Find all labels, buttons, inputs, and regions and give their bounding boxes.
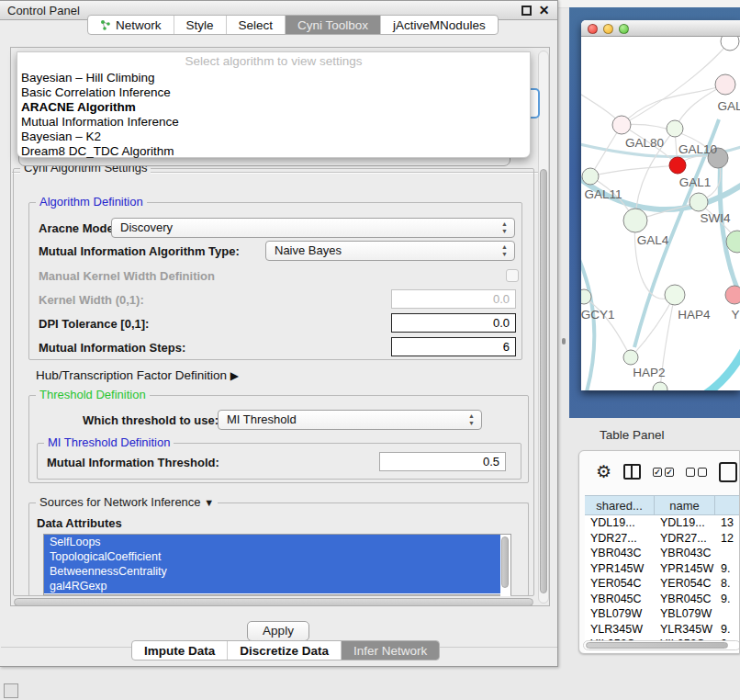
tab-jactivemnodules[interactable]: jActiveMNodules (381, 16, 498, 34)
menu-item[interactable]: Dream8 DC_TDC Algorithm (17, 144, 530, 159)
list-item[interactable]: TopologicalCoefficient (44, 549, 510, 564)
network-window-titlebar[interactable] (581, 20, 740, 37)
table-row[interactable]: YDR27...YDR27...12 (585, 531, 740, 547)
node-gal1-selected[interactable] (669, 157, 686, 174)
node-pink[interactable] (725, 286, 740, 304)
select-all-icon[interactable]: ✓✓ (653, 468, 674, 477)
list-item[interactable]: SelfLoops (44, 535, 510, 549)
float-window-icon[interactable] (521, 6, 532, 16)
menu-item-highlighted[interactable]: ARACNE Algorithm (17, 100, 530, 115)
tab-network[interactable]: Network (88, 16, 174, 34)
table-cell[interactable]: YER054C (655, 576, 715, 592)
manual-kernel-checkbox[interactable] (506, 269, 519, 282)
node-hap2[interactable] (623, 350, 638, 365)
list-item[interactable]: BetweennessCentrality (44, 564, 510, 579)
table-row[interactable]: YDL19...YDL19...13 (585, 515, 740, 531)
node[interactable] (653, 382, 667, 390)
tab-infer-network[interactable]: Infer Network (342, 641, 439, 660)
deselect-all-icon[interactable] (686, 468, 707, 477)
list-vscrollbar-track[interactable] (500, 535, 510, 596)
table-cell[interactable]: YBR045C (655, 592, 715, 607)
table-cell[interactable]: YPR145W (585, 561, 655, 577)
table-cell[interactable]: 13 (715, 515, 740, 531)
menu-item[interactable]: Mutual Information Inference (17, 115, 530, 130)
tab-style[interactable]: Style (174, 16, 227, 34)
apply-button[interactable]: Apply (247, 621, 309, 641)
data-attributes-list[interactable]: SelfLoops TopologicalCoefficient Between… (43, 534, 511, 595)
column-header[interactable] (715, 495, 740, 515)
node-gal11[interactable] (582, 168, 599, 185)
node[interactable] (721, 37, 739, 51)
kernel-width-input[interactable] (391, 289, 516, 309)
node-gcy1[interactable] (581, 289, 591, 304)
expanded-arrow-icon[interactable]: ▼ (204, 497, 214, 508)
node-swi4[interactable] (690, 193, 708, 211)
table-cell[interactable]: YBL079W (585, 606, 655, 622)
table-cell[interactable]: 12 (715, 531, 740, 547)
table-cell[interactable] (715, 546, 740, 561)
table-cell[interactable]: 9. (715, 592, 740, 607)
table-cell[interactable]: 9. (715, 622, 740, 638)
mi-threshold-input[interactable] (379, 452, 506, 471)
table-cell[interactable]: YDR27... (585, 531, 655, 547)
minimize-traffic-light[interactable] (603, 24, 613, 34)
table-cell[interactable]: 9. (715, 561, 740, 577)
table-row[interactable]: YBL079WYBL079W (585, 606, 740, 622)
table-cell[interactable]: YBL079W (655, 606, 715, 622)
column-header[interactable]: shared... (585, 495, 655, 515)
table-cell[interactable]: YLR345W (585, 622, 655, 638)
tab-impute-data[interactable]: Impute Data (132, 641, 228, 660)
table-cell[interactable]: YBR045C (585, 592, 655, 607)
menu-item[interactable]: Bayesian – Hill Climbing (17, 71, 530, 85)
table-row[interactable]: YER054CYER054C8. (585, 576, 740, 592)
close-traffic-light[interactable] (588, 24, 598, 34)
settings-vscrollbar-thumb[interactable] (540, 169, 547, 593)
node-gal4[interactable] (623, 209, 647, 232)
table-cell[interactable]: YDR27... (655, 531, 715, 547)
table-row[interactable]: YPR145WYPR145W9. (585, 561, 740, 577)
aracne-mode-combo[interactable]: Discovery ▲▼ (111, 218, 515, 238)
node-hap4[interactable] (665, 285, 685, 305)
panel-splitter-handle[interactable] (562, 338, 566, 344)
list-item[interactable]: gal4RGexp (44, 579, 510, 593)
table-cell[interactable] (715, 606, 740, 622)
dpi-tolerance-input[interactable] (391, 313, 516, 333)
tab-select[interactable]: Select (227, 16, 286, 34)
settings-vscrollbar-track[interactable] (538, 51, 549, 604)
hub-definition-toggle[interactable]: Hub/Transcription Factor Definition ▶ (36, 368, 239, 382)
table-cell[interactable]: YDL19... (585, 515, 655, 531)
table-cell[interactable]: YPR145W (655, 561, 715, 577)
table-hscrollbar-track[interactable] (583, 640, 740, 650)
close-window-icon[interactable]: ✕ (538, 5, 550, 17)
table-row[interactable]: YBR043CYBR043C (585, 546, 740, 561)
list-vscrollbar-thumb[interactable] (501, 536, 509, 588)
node-gal[interactable] (715, 74, 735, 95)
network-window[interactable]: GAL80 GAL10 GAL1 GAL11 SWI4 GAL4 GCY1 HA… (581, 20, 740, 390)
network-canvas[interactable]: GAL80 GAL10 GAL1 GAL11 SWI4 GAL4 GCY1 HA… (581, 37, 740, 390)
settings-hscrollbar-thumb[interactable] (14, 598, 533, 606)
table-cell[interactable]: YDL19... (655, 515, 715, 531)
tab-cyni-toolbox[interactable]: Cyni Toolbox (286, 16, 381, 34)
tab-discretize-data[interactable]: Discretize Data (228, 641, 342, 660)
table-row[interactable]: YLR345WYLR345W9. (585, 622, 740, 638)
table-cell[interactable]: 8. (715, 576, 740, 592)
mi-steps-input[interactable] (391, 337, 516, 356)
table-cell[interactable]: YLR345W (655, 622, 715, 638)
gear-icon[interactable]: ⚙ (596, 463, 611, 480)
node[interactable] (726, 231, 740, 253)
table-cell[interactable]: YBR043C (655, 546, 715, 561)
maximize-traffic-light[interactable] (619, 24, 629, 34)
menu-item[interactable]: Basic Correlation Inference (17, 85, 530, 100)
minimized-panel-icon[interactable] (4, 683, 18, 698)
new-table-icon[interactable] (719, 462, 737, 482)
node-gal80[interactable] (612, 116, 631, 134)
table-hscrollbar-thumb[interactable] (586, 642, 728, 649)
which-threshold-combo[interactable]: MI Threshold ▲▼ (218, 410, 482, 430)
column-header[interactable]: name (655, 495, 715, 515)
table-row[interactable]: YBR045CYBR045C9. (585, 592, 740, 607)
node-gal10[interactable] (667, 120, 683, 137)
columns-icon[interactable] (623, 464, 641, 480)
menu-item[interactable]: Bayesian – K2 (17, 130, 530, 144)
table-cell[interactable]: YBR043C (585, 546, 655, 561)
table-cell[interactable]: YER054C (585, 576, 655, 592)
